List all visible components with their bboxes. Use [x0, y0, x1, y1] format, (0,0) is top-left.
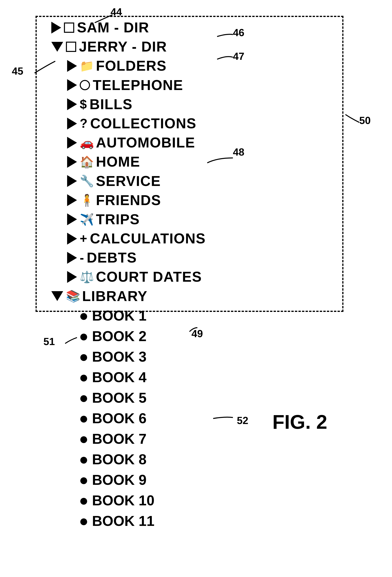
label-book-11: BOOK 11	[92, 513, 154, 529]
label-jerry-dir: JERRY - DIR	[79, 39, 167, 54]
tree-item-folders[interactable]: 📁 FOLDERS	[51, 58, 206, 74]
expand-arrow-trips	[67, 213, 77, 225]
tree-item-library[interactable]: 📚 LIBRARY	[51, 288, 206, 304]
bullet-1: ●	[79, 308, 88, 324]
icon-car: 🚗	[80, 136, 94, 149]
expand-arrow-sam	[51, 22, 61, 34]
bullet-6: ●	[79, 410, 88, 426]
label-book-2: BOOK 2	[92, 328, 146, 344]
tree-item-trips[interactable]: ✈️ TRIPS	[51, 212, 206, 227]
tree-item-collections[interactable]: ? COLLECTIONS	[51, 116, 206, 131]
icon-question: ?	[80, 116, 87, 130]
expand-arrow-court-dates	[67, 271, 77, 283]
icon-dollar: $	[80, 97, 87, 111]
book-item-2[interactable]: ● BOOK 2	[51, 328, 206, 344]
bullet-9: ●	[79, 472, 88, 488]
ref-label-45: 45	[12, 65, 23, 77]
icon-house: 🏠	[80, 156, 94, 168]
expand-arrow-calculations	[67, 233, 77, 245]
label-book-9: BOOK 9	[92, 472, 146, 488]
label-service: SERVICE	[96, 173, 161, 189]
ref-label-52: 52	[237, 415, 248, 426]
tree-item-friends[interactable]: 🧍 FRIENDS	[51, 192, 206, 208]
book-item-3[interactable]: ● BOOK 3	[51, 349, 206, 365]
ref-label-50: 50	[359, 114, 371, 126]
expand-arrow-friends	[67, 194, 77, 206]
expand-arrow-service	[67, 175, 77, 187]
expand-arrow-jerry	[51, 42, 63, 52]
bullet-2: ●	[79, 328, 88, 344]
label-bills: BILLS	[90, 97, 133, 112]
expand-arrow-home	[67, 156, 77, 168]
book-item-9[interactable]: ● BOOK 9	[51, 472, 206, 488]
label-book-5: BOOK 5	[92, 390, 146, 406]
tree-item-home[interactable]: 🏠 HOME	[51, 154, 206, 170]
label-book-10: BOOK 10	[92, 492, 154, 508]
tree-item-bills[interactable]: $ BILLS	[51, 97, 206, 112]
bullet-5: ●	[79, 390, 88, 406]
label-home: HOME	[96, 154, 140, 170]
label-folders: FOLDERS	[96, 58, 167, 74]
bullet-8: ●	[79, 451, 88, 467]
icon-circle-telephone	[80, 80, 90, 90]
icon-scales: ⚖️	[80, 271, 94, 283]
label-library: LIBRARY	[82, 288, 147, 304]
ref-label-48: 48	[233, 146, 244, 158]
expand-arrow-library	[51, 291, 63, 301]
label-book-7: BOOK 7	[92, 431, 146, 447]
tree-item-automobile[interactable]: 🚗 AUTOMOBILE	[51, 135, 206, 150]
bullet-11: ●	[79, 513, 88, 529]
expand-arrow-bills	[67, 98, 77, 110]
icon-folder: 📁	[80, 60, 94, 72]
bullet-4: ●	[79, 369, 88, 385]
label-calculations: CALCULATIONS	[90, 231, 206, 246]
icon-square-jerry	[66, 42, 76, 52]
label-telephone: TELEPHONE	[93, 77, 183, 93]
tree-item-sam-dir[interactable]: SAM - DIR	[51, 20, 206, 35]
label-debts: DEBTS	[87, 250, 137, 265]
bullet-3: ●	[79, 349, 88, 365]
book-item-6[interactable]: ● BOOK 6	[51, 410, 206, 426]
label-court-dates: COURT DATES	[96, 269, 202, 285]
expand-arrow-telephone	[67, 79, 77, 91]
book-item-5[interactable]: ● BOOK 5	[51, 390, 206, 406]
tree-container: SAM - DIR JERRY - DIR 📁 FOLDERS TELEPHON…	[51, 20, 206, 533]
expand-arrow-collections	[67, 118, 77, 130]
book-item-11[interactable]: ● BOOK 11	[51, 513, 206, 529]
tree-item-service[interactable]: 🔧 SERVICE	[51, 173, 206, 189]
tree-item-jerry-dir[interactable]: JERRY - DIR	[51, 39, 206, 54]
bullet-10: ●	[79, 493, 88, 508]
icon-square-sam	[64, 23, 74, 33]
book-item-8[interactable]: ● BOOK 8	[51, 451, 206, 468]
ref-label-44: 44	[110, 6, 122, 18]
expand-arrow-folders	[67, 60, 77, 72]
icon-books: 📚	[66, 290, 80, 302]
label-automobile: AUTOMOBILE	[96, 135, 195, 150]
icon-minus: -	[80, 251, 84, 265]
icon-airplane: ✈️	[80, 213, 94, 226]
ref-label-46: 46	[233, 27, 244, 38]
figure-label: FIG. 2	[272, 411, 327, 433]
label-book-6: BOOK 6	[92, 410, 146, 426]
label-book-1: BOOK 1	[92, 308, 146, 324]
label-book-3: BOOK 3	[92, 349, 146, 365]
book-item-1[interactable]: ● BOOK 1	[51, 308, 206, 324]
label-book-4: BOOK 4	[92, 369, 146, 385]
page-container: 44 45 46 47 48 49 50 51 52 FIG. 2 SAM - …	[0, 0, 392, 577]
tree-item-telephone[interactable]: TELEPHONE	[51, 77, 206, 93]
ref-label-47: 47	[233, 50, 244, 62]
book-item-10[interactable]: ● BOOK 10	[51, 492, 206, 508]
label-trips: TRIPS	[96, 212, 140, 227]
book-item-4[interactable]: ● BOOK 4	[51, 369, 206, 385]
label-sam-dir: SAM - DIR	[77, 20, 149, 35]
book-item-7[interactable]: ● BOOK 7	[51, 431, 206, 447]
icon-wrench: 🔧	[80, 175, 94, 187]
label-friends: FRIENDS	[96, 192, 161, 208]
label-book-8: BOOK 8	[92, 451, 146, 468]
expand-arrow-debts	[67, 252, 77, 264]
tree-item-calculations[interactable]: + CALCULATIONS	[51, 231, 206, 246]
icon-plus: +	[80, 232, 87, 245]
tree-item-debts[interactable]: - DEBTS	[51, 250, 206, 265]
bullet-7: ●	[79, 431, 88, 447]
tree-item-court-dates[interactable]: ⚖️ COURT DATES	[51, 269, 206, 285]
